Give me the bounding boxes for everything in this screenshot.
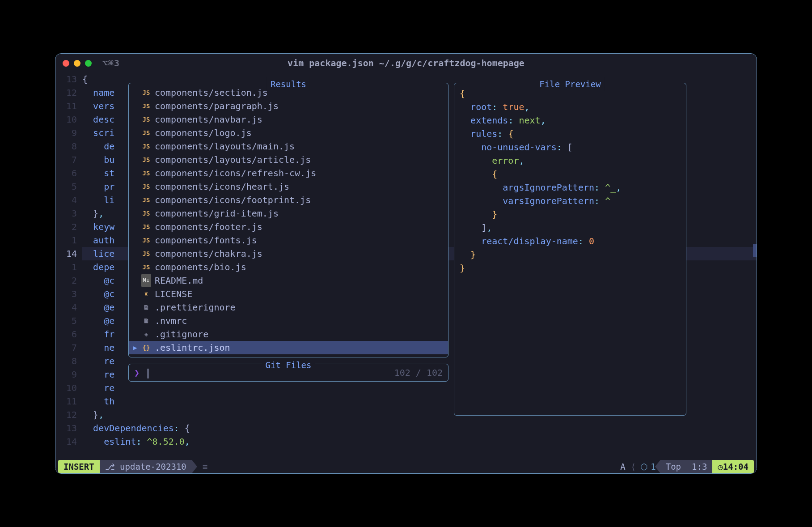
result-item[interactable]: JScomponents/bio.js — [129, 260, 448, 274]
file-path: components/layouts/main.js — [155, 140, 295, 153]
file-icon: JS — [141, 180, 151, 193]
line-number: 3 — [55, 287, 77, 301]
results-list[interactable]: JScomponents/section.jsJScomponents/para… — [129, 83, 448, 357]
selection-arrow-icon: ▶ — [133, 341, 138, 354]
line-number-gutter: 13121110987654321141234567891011121314 — [55, 72, 82, 460]
result-item[interactable]: 🗎.nvmrc — [129, 314, 448, 327]
line-number: 8 — [55, 140, 77, 153]
scroll-position: Top — [660, 460, 686, 473]
file-icon: JS — [141, 86, 151, 99]
editor[interactable]: 13121110987654321141234567891011121314 {… — [55, 72, 757, 473]
file-path: .gitignore — [155, 327, 208, 341]
file-icon: JS — [141, 113, 151, 126]
telescope-overlay: Results JScomponents/section.jsJScompone… — [128, 83, 686, 416]
result-item[interactable]: JScomponents/fonts.js — [129, 234, 448, 247]
result-item[interactable]: JScomponents/paragraph.js — [129, 99, 448, 113]
titlebar: ⌥⌘3 vim package.json ~/.g/g/c/craftzdog-… — [55, 54, 757, 72]
preview-line: } — [460, 261, 681, 275]
preview-line: { — [460, 167, 681, 181]
preview-line: error, — [460, 154, 681, 167]
code-line[interactable]: eslint: ^8.52.0, — [82, 435, 757, 448]
line-number: 4 — [55, 193, 77, 207]
file-path: components/footer.js — [155, 220, 262, 234]
preview-line: extends: next, — [460, 114, 681, 127]
line-number: 2 — [55, 220, 77, 234]
file-path: components/icons/heart.js — [155, 180, 289, 193]
result-item[interactable]: JScomponents/navbar.js — [129, 113, 448, 126]
clock: ◷14:04 — [712, 460, 754, 473]
result-item[interactable]: JScomponents/logo.js — [129, 126, 448, 140]
file-icon: JS — [141, 140, 151, 153]
file-path: components/fonts.js — [155, 234, 257, 247]
line-number: 1 — [55, 234, 77, 247]
preview-panel-title: File Preview — [536, 77, 604, 91]
file-path: components/navbar.js — [155, 113, 262, 126]
search-panel-title: Git Files — [262, 358, 315, 372]
line-number: 1 — [55, 260, 77, 274]
result-item[interactable]: JScomponents/grid-item.js — [129, 207, 448, 220]
filetype-icon: ≡ — [203, 462, 207, 472]
preview-line: } — [460, 248, 681, 261]
search-prompt: ❯ — [134, 366, 148, 379]
code-line[interactable]: devDependencies: { — [82, 421, 757, 435]
minimize-button[interactable] — [74, 60, 80, 67]
result-item[interactable]: JScomponents/icons/heart.js — [129, 180, 448, 193]
line-number: 9 — [55, 126, 77, 140]
terminal-window: ⌥⌘3 vim package.json ~/.g/g/c/craftzdog-… — [55, 53, 757, 474]
file-icon: JS — [141, 99, 151, 113]
results-panel-title: Results — [267, 77, 310, 91]
line-number: 14 — [55, 435, 77, 448]
branch-icon: ⎇ — [105, 462, 115, 472]
code-area[interactable]: 13121110987654321141234567891011121314 {… — [55, 72, 757, 460]
file-path: LICENSE — [155, 287, 192, 301]
file-icon: JS — [141, 260, 151, 274]
line-number: 5 — [55, 180, 77, 193]
chevron-left-icon: ⟨ — [629, 460, 638, 473]
file-path: README.md — [155, 274, 203, 287]
file-path: .prettierignore — [155, 301, 236, 314]
result-item[interactable]: ◈.gitignore — [129, 327, 448, 341]
result-item[interactable]: JScomponents/layouts/article.js — [129, 153, 448, 166]
results-panel: Results JScomponents/section.jsJScompone… — [128, 83, 448, 357]
text-cursor — [148, 369, 148, 378]
file-icon: JS — [141, 193, 151, 207]
line-number: 6 — [55, 166, 77, 180]
result-item[interactable]: 🗎.prettierignore — [129, 301, 448, 314]
result-item[interactable]: JScomponents/layouts/main.js — [129, 140, 448, 153]
file-icon: JS — [141, 166, 151, 180]
result-item[interactable]: JScomponents/footer.js — [129, 220, 448, 234]
result-count: 102 / 102 — [394, 366, 443, 379]
line-number: 4 — [55, 301, 77, 314]
file-icon: {} — [141, 341, 151, 354]
line-number: 13 — [55, 72, 77, 86]
diag-indicator: A — [617, 460, 629, 473]
statusbar: INSERT ⎇ update-202310 ≡ A ⟨ ⬡ 1 Top 1:3… — [55, 460, 757, 473]
file-path: components/grid-item.js — [155, 207, 279, 220]
result-item[interactable]: ♜LICENSE — [129, 287, 448, 301]
file-icon: 🗎 — [141, 301, 151, 314]
line-number: 12 — [55, 86, 77, 99]
result-item[interactable]: JScomponents/icons/footprint.js — [129, 193, 448, 207]
file-path: components/logo.js — [155, 126, 252, 140]
line-number: 9 — [55, 368, 77, 381]
file-path: components/section.js — [155, 86, 268, 99]
prompt-icon: ❯ — [134, 367, 140, 378]
line-number: 2 — [55, 274, 77, 287]
result-item[interactable]: ▶{}.eslintrc.json — [129, 341, 448, 354]
result-item[interactable]: JScomponents/icons/refresh-cw.js — [129, 166, 448, 180]
result-item[interactable]: JScomponents/chakra.js — [129, 247, 448, 260]
close-button[interactable] — [63, 60, 69, 67]
result-item[interactable]: M↓README.md — [129, 274, 448, 287]
cursor-position: 1:3 — [686, 460, 712, 473]
preview-panel: File Preview { root: true, extends: next… — [454, 83, 686, 416]
preview-line: } — [460, 208, 681, 221]
line-number: 10 — [55, 113, 77, 126]
line-number: 7 — [55, 341, 77, 354]
file-path: components/chakra.js — [155, 247, 262, 260]
line-number: 11 — [55, 395, 77, 408]
file-icon: JS — [141, 126, 151, 140]
search-panel: Git Files ❯ 102 / 102 — [128, 364, 448, 382]
git-branch: ⎇ update-202310 — [100, 460, 192, 473]
statusbar-mid: ≡ — [192, 460, 617, 473]
maximize-button[interactable] — [85, 60, 92, 67]
